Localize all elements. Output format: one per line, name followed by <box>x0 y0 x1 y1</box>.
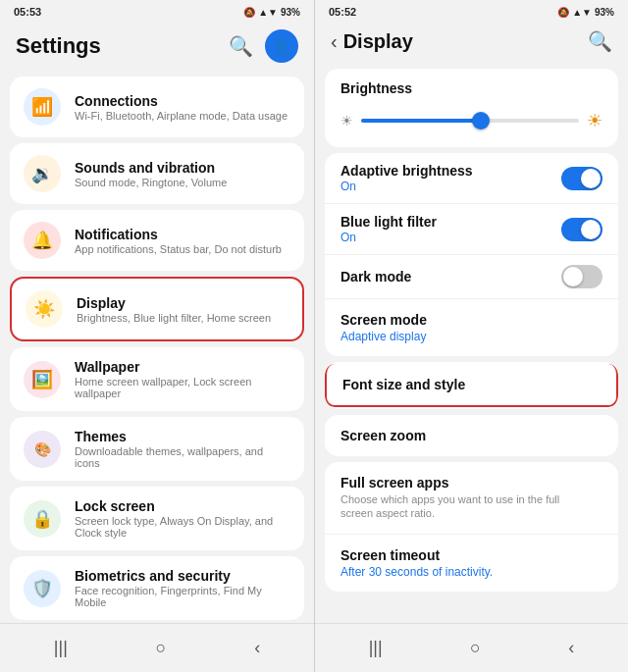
display-page-title: Display <box>343 30 413 53</box>
biometrics-icon: 🛡️ <box>24 570 61 607</box>
lockscreen-icon: 🔒 <box>24 500 61 538</box>
settings-item-themes[interactable]: 🎨 Themes Downloadable themes, wallpapers… <box>10 417 304 481</box>
wallpaper-sub: Home screen wallpaper, Lock screen wallp… <box>75 376 290 399</box>
back-arrow-icon[interactable]: ‹ <box>331 30 338 53</box>
screen-zoom-section: Screen zoom <box>325 415 618 456</box>
display-content: Brightness ☀ ☀ Adaptive brightness On <box>315 63 628 623</box>
connections-sub: Wi-Fi, Bluetooth, Airplane mode, Data us… <box>75 110 288 122</box>
font-size-title: Font size and style <box>342 377 465 392</box>
notifications-icon: 🔔 <box>24 222 61 259</box>
silent-icon: 🔕 <box>243 7 255 18</box>
time-right: 05:52 <box>329 6 356 18</box>
sounds-sub: Sound mode, Ringtone, Volume <box>75 177 227 188</box>
settings-item-sounds[interactable]: 🔉 Sounds and vibration Sound mode, Ringt… <box>10 143 304 204</box>
blue-light-title: Blue light filter <box>340 214 437 230</box>
display-title: Display <box>77 295 271 311</box>
brightness-max-icon: ☀ <box>587 110 602 131</box>
adaptive-brightness-row[interactable]: Adaptive brightness On <box>325 153 618 203</box>
themes-icon: 🎨 <box>24 431 61 468</box>
brightness-label: Brightness <box>340 80 602 102</box>
settings-item-lockscreen[interactable]: 🔒 Lock screen Screen lock type, Always O… <box>10 487 304 550</box>
full-screen-apps-title: Full screen apps <box>340 475 576 491</box>
brightness-row: ☀ ☀ <box>340 102 602 135</box>
silent-icon-right: 🔕 <box>557 7 569 18</box>
dark-mode-title: Dark mode <box>340 269 411 284</box>
brightness-thumb[interactable] <box>472 112 490 129</box>
blue-light-toggle[interactable] <box>561 218 602 241</box>
back-button-right[interactable]: ‹ <box>554 634 588 662</box>
adaptive-brightness-status: On <box>340 180 473 193</box>
screen-mode-sub: Adaptive display <box>340 330 427 343</box>
battery-left: 93% <box>281 7 300 18</box>
screen-timeout-sub: After 30 seconds of inactivity. <box>340 565 493 579</box>
search-icon-right[interactable]: 🔍 <box>588 29 612 53</box>
settings-list: 📶 Connections Wi-Fi, Bluetooth, Airplane… <box>0 73 314 623</box>
screen-zoom-row[interactable]: Screen zoom <box>325 415 618 456</box>
toggle-knob-3 <box>563 267 583 286</box>
screen-timeout-row[interactable]: Screen timeout After 30 seconds of inact… <box>325 534 618 592</box>
dark-mode-row[interactable]: Dark mode <box>325 254 618 298</box>
status-bar-left: 05:53 🔕 ▲▼ 93% <box>0 0 314 22</box>
biometrics-title: Biometrics and security <box>75 568 290 584</box>
display-icon: ☀️ <box>26 290 63 328</box>
display-sub: Brightness, Blue light filter, Home scre… <box>77 312 271 324</box>
display-header: ‹ Display 🔍 <box>315 22 628 63</box>
font-size-section: Font size and style <box>325 362 618 409</box>
sounds-icon: 🔉 <box>24 155 61 192</box>
notifications-title: Notifications <box>75 227 282 242</box>
toggle-knob-2 <box>581 220 601 239</box>
search-icon[interactable]: 🔍 <box>229 34 253 58</box>
settings-screen: 05:53 🔕 ▲▼ 93% Settings 🔍 👤 📶 Connection… <box>0 0 314 672</box>
wallpaper-icon: 🖼️ <box>24 361 61 398</box>
display-screen: 05:52 🔕 ▲▼ 93% ‹ Display 🔍 Brightness ☀ … <box>314 0 628 672</box>
home-button-right[interactable]: ○ <box>456 634 495 662</box>
nav-bar-left: ||| ○ ‹ <box>0 623 314 672</box>
brightness-min-icon: ☀ <box>340 113 353 129</box>
settings-item-connections[interactable]: 📶 Connections Wi-Fi, Bluetooth, Airplane… <box>10 77 304 137</box>
recents-button[interactable]: ||| <box>40 634 81 662</box>
time-left: 05:53 <box>14 6 41 18</box>
settings-header: Settings 🔍 👤 <box>0 22 314 73</box>
settings-item-notifications[interactable]: 🔔 Notifications App notifications, Statu… <box>10 210 304 271</box>
screen-mode-title: Screen mode <box>340 312 427 328</box>
home-button[interactable]: ○ <box>142 634 181 662</box>
blue-light-status: On <box>340 231 437 244</box>
brightness-slider[interactable] <box>361 119 579 123</box>
settings-item-biometrics[interactable]: 🛡️ Biometrics and security Face recognit… <box>10 556 304 620</box>
battery-right: 93% <box>595 7 614 18</box>
connections-icon: 📶 <box>24 88 61 126</box>
recents-button-right[interactable]: ||| <box>355 634 396 662</box>
lockscreen-title: Lock screen <box>75 498 290 514</box>
screen-zoom-title: Screen zoom <box>340 428 426 443</box>
screen-timeout-title: Screen timeout <box>340 547 493 563</box>
settings-item-wallpaper[interactable]: 🖼️ Wallpaper Home screen wallpaper, Lock… <box>10 347 304 411</box>
adaptive-brightness-toggle[interactable] <box>561 167 602 190</box>
biometrics-sub: Face recognition, Fingerprints, Find My … <box>75 585 290 608</box>
blue-light-row[interactable]: Blue light filter On <box>325 203 618 254</box>
full-screen-apps-row[interactable]: Full screen apps Choose which apps you w… <box>325 462 618 534</box>
brightness-section: Brightness ☀ ☀ <box>325 69 618 147</box>
connections-title: Connections <box>75 93 288 109</box>
header-icons: 🔍 👤 <box>229 29 298 63</box>
status-bar-right: 05:52 🔕 ▲▼ 93% <box>315 0 628 22</box>
lockscreen-sub: Screen lock type, Always On Display, and… <box>75 515 290 539</box>
themes-sub: Downloadable themes, wallpapers, and ico… <box>75 445 290 469</box>
dark-mode-toggle[interactable] <box>561 265 602 288</box>
signal-bars-right: ▲▼ <box>572 7 592 18</box>
screen-mode-row[interactable]: Screen mode Adaptive display <box>325 298 618 356</box>
user-avatar[interactable]: 👤 <box>265 29 298 63</box>
themes-title: Themes <box>75 429 290 444</box>
adaptive-brightness-title: Adaptive brightness <box>340 163 473 179</box>
font-size-row[interactable]: Font size and style <box>325 364 618 407</box>
back-button[interactable]: ‹ <box>240 634 274 662</box>
full-screen-apps-sub: Choose which apps you want to use in the… <box>340 492 576 521</box>
signal-bars-left: ▲▼ <box>258 7 278 18</box>
brightness-fill <box>361 119 481 123</box>
toggles-section: Adaptive brightness On Blue light filter… <box>325 153 618 356</box>
sounds-title: Sounds and vibration <box>75 160 227 176</box>
settings-title: Settings <box>16 33 101 59</box>
settings-item-display[interactable]: ☀️ Display Brightness, Blue light filter… <box>10 277 304 341</box>
wallpaper-title: Wallpaper <box>75 359 290 375</box>
apps-timeout-section: Full screen apps Choose which apps you w… <box>325 462 618 592</box>
nav-bar-right: ||| ○ ‹ <box>315 623 628 672</box>
